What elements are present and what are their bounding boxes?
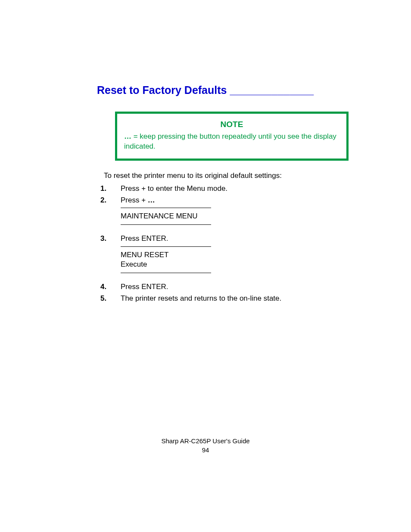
step-1: 1. Press + to enter the Menu mode. <box>100 184 361 194</box>
page-number: 94 <box>0 445 411 454</box>
note-ellipsis: … <box>124 132 131 140</box>
lcd-line: Execute <box>121 260 211 269</box>
step-number: 1. <box>100 184 121 194</box>
page-footer: Sharp AR-C265P User's Guide 94 <box>0 436 411 454</box>
note-title: NOTE <box>124 120 339 129</box>
step-4: 4. Press ENTER. <box>100 282 361 292</box>
step-content: Press ENTER. <box>121 282 361 292</box>
intro-text: To reset the printer menu to its origina… <box>104 171 361 180</box>
note-box: NOTE … = keep pressing the button repeat… <box>115 112 349 161</box>
lcd-line: MAINTENANCE MENU <box>121 212 211 221</box>
lcd-line: MENU RESET <box>121 250 211 260</box>
steps-list: 1. Press + to enter the Menu mode. 2. Pr… <box>100 184 361 304</box>
step-5: 5. The printer resets and returns to the… <box>100 293 361 304</box>
step-number: 2. <box>100 195 121 233</box>
step-2: 2. Press + … MAINTENANCE MENU <box>100 195 361 233</box>
step-3: 3. Press ENTER. MENU RESET Execute <box>100 233 361 281</box>
step-number: 5. <box>100 293 121 304</box>
section-heading: Reset to Factory Defaults ______________ <box>97 84 361 96</box>
note-body: = keep pressing the button repeatedly un… <box>124 132 336 150</box>
step-content: The printer resets and returns to the on… <box>121 293 361 304</box>
step-number: 3. <box>100 233 121 281</box>
step-number: 4. <box>100 282 121 292</box>
lcd-display: MENU RESET Execute <box>121 246 211 273</box>
step-content: Press + … MAINTENANCE MENU <box>121 195 361 233</box>
lcd-display: MAINTENANCE MENU <box>121 208 211 225</box>
footer-title: Sharp AR-C265P User's Guide <box>0 436 411 445</box>
step-content: Press + to enter the Menu mode. <box>121 184 361 194</box>
step-content: Press ENTER. MENU RESET Execute <box>121 233 361 281</box>
note-text: … = keep pressing the button repeatedly … <box>124 132 339 152</box>
